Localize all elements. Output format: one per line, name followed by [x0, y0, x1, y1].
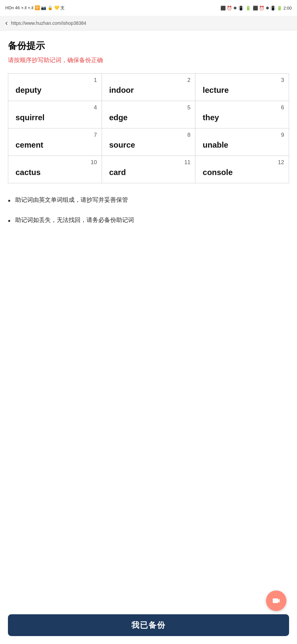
bullet-dot: • — [8, 215, 11, 226]
cell-number: 5 — [107, 104, 191, 111]
mnemonic-cell: 9 unable — [195, 128, 289, 156]
bullet-dot: • — [8, 195, 11, 206]
cell-word: squirrel — [13, 113, 97, 122]
confirm-backup-button[interactable]: 我已备份 — [8, 614, 289, 636]
cell-word: cement — [13, 140, 97, 150]
cell-word: console — [200, 168, 284, 177]
cell-word: source — [107, 140, 191, 150]
status-right: ⬛ ⏰ ✱ 📳 🔋 ⬛ ⏰ ✱ 📳 🔋 2:00 — [220, 6, 292, 11]
float-camera-button[interactable] — [266, 590, 286, 611]
status-icons-right: ⬛ ⏰ ✱ 📳 — [220, 6, 244, 11]
mnemonic-cell: 7 cement — [8, 128, 102, 156]
bullet-text: 助记词如丢失，无法找回，请务必备份助记词 — [15, 215, 134, 225]
status-icons-left: HDn 46 ×.ll ×.ll 🛜 📷 🔒 💛 支 — [5, 5, 65, 11]
cell-number: 11 — [107, 159, 191, 166]
bullet-item: • 助记词如丢失，无法找回，请务必备份助记词 — [8, 215, 289, 226]
page-subtitle: 请按顺序抄写助记词，确保备份正确 — [8, 56, 289, 64]
main-content: 备份提示 请按顺序抄写助记词，确保备份正确 1 deputy 2 indoor … — [0, 30, 297, 275]
camera-icon — [272, 596, 281, 605]
cell-number: 10 — [13, 159, 97, 166]
bullet-list: • 助记词由英文单词组成，请抄写并妥善保管 • 助记词如丢失，无法找回，请务必备… — [8, 195, 289, 226]
page-title: 备份提示 — [8, 40, 289, 52]
cell-number: 4 — [13, 104, 97, 111]
mnemonic-cell: 11 card — [102, 156, 195, 183]
status-bar: HDn 46 ×.ll ×.ll 🛜 📷 🔒 💛 支 ⬛ ⏰ ✱ 📳 🔋 ⬛ ⏰… — [0, 0, 297, 16]
cell-number: 2 — [107, 77, 191, 84]
mnemonic-cell: 8 source — [102, 128, 195, 156]
cell-number: 1 — [13, 77, 97, 84]
cell-number: 12 — [200, 159, 284, 166]
cell-number: 7 — [13, 132, 97, 138]
mnemonic-cell: 5 edge — [102, 101, 195, 128]
mnemonic-cell: 2 indoor — [102, 74, 195, 101]
cell-number: 9 — [200, 132, 284, 138]
cell-number: 6 — [200, 104, 284, 111]
battery-icon: 🔋 — [246, 6, 251, 11]
cell-word: cactus — [13, 168, 97, 177]
cell-word: indoor — [107, 86, 191, 95]
status-left: HDn 46 ×.ll ×.ll 🛜 📷 🔒 💛 支 — [5, 5, 65, 11]
mnemonic-cell: 12 console — [195, 156, 289, 183]
mnemonic-cell: 3 lecture — [195, 74, 289, 101]
time: ⬛ ⏰ ✱ 📳 🔋 2:00 — [253, 6, 292, 11]
cell-number: 8 — [107, 132, 191, 138]
bullet-text: 助记词由英文单词组成，请抄写并妥善保管 — [15, 195, 128, 205]
mnemonic-cell: 6 they — [195, 101, 289, 128]
mnemonic-table: 1 deputy 2 indoor 3 lecture 4 squirrel 5… — [8, 73, 289, 183]
mnemonic-cell: 1 deputy — [8, 74, 102, 101]
cell-word: lecture — [200, 86, 284, 95]
mnemonic-cell: 4 squirrel — [8, 101, 102, 128]
cell-number: 3 — [200, 77, 284, 84]
cell-word: edge — [107, 113, 191, 122]
cell-word: they — [200, 113, 284, 122]
url-bar: ‹ https://www.huzhan.com/ishop38384 — [0, 16, 297, 30]
bottom-bar: 我已备份 — [0, 609, 297, 644]
bullet-item: • 助记词由英文单词组成，请抄写并妥善保管 — [8, 195, 289, 206]
mnemonic-cell: 10 cactus — [8, 156, 102, 183]
back-button[interactable]: ‹ — [5, 19, 8, 27]
cell-word: deputy — [13, 86, 97, 95]
cell-word: card — [107, 168, 191, 177]
url-text: https://www.huzhan.com/ishop38384 — [11, 20, 293, 26]
cell-word: unable — [200, 140, 284, 150]
